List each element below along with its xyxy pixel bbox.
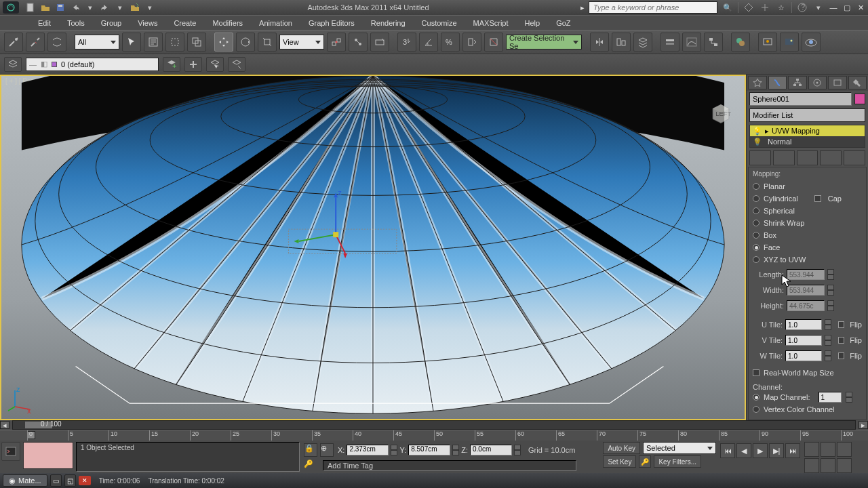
zoom-extents-icon[interactable] <box>837 442 852 457</box>
goto-start-icon[interactable]: ⏮ <box>720 443 735 458</box>
mirror-icon[interactable] <box>590 33 609 52</box>
layer-select-icon[interactable] <box>206 57 224 72</box>
realworld-checkbox[interactable]: Real-World Map Size <box>753 367 862 379</box>
object-color-swatch[interactable] <box>854 94 865 104</box>
keymode-dropdown[interactable]: Selected <box>643 442 716 454</box>
new-icon[interactable] <box>24 2 37 13</box>
radio-shrink-wrap[interactable]: Shrink Wrap <box>753 217 862 229</box>
named-selection-dropdown[interactable]: Create Selection Se <box>506 35 582 49</box>
app-icon[interactable] <box>3 1 19 14</box>
redo-dd-icon[interactable]: ▾ <box>114 2 126 13</box>
setkey-button[interactable]: Set Key <box>603 455 636 468</box>
tab-display[interactable] <box>828 76 847 89</box>
rendered-frame-icon[interactable] <box>780 33 799 52</box>
play-icon[interactable]: ▶ <box>753 443 768 458</box>
qat-dd-icon[interactable]: ▾ <box>144 2 156 13</box>
menu-group[interactable]: Group <box>101 19 122 27</box>
modifier-stack[interactable]: 💡▸UVW Mapping 💡Normal <box>749 125 865 148</box>
radio-spherical[interactable]: Spherical <box>753 205 862 217</box>
autokey-button[interactable]: Auto Key <box>603 442 640 454</box>
tab-motion[interactable] <box>808 76 827 89</box>
render-setup-icon[interactable] <box>758 33 777 52</box>
remove-modifier-icon[interactable] <box>820 150 842 165</box>
layer-manager-icon[interactable] <box>633 33 652 52</box>
tab-modify[interactable] <box>768 76 787 89</box>
vflip-checkbox[interactable] <box>838 337 845 344</box>
keyfilters-button[interactable]: Key Filters... <box>654 455 701 468</box>
edit-named-sel-icon[interactable] <box>484 33 503 52</box>
z-coord-input[interactable]: 0.0cm <box>470 445 512 455</box>
help-icon[interactable]: ? <box>796 2 808 13</box>
radio-xyz-uvw[interactable]: XYZ to UVW <box>753 253 862 266</box>
menu-rendering[interactable]: Rendering <box>371 19 406 27</box>
width-spinner[interactable]: 553.944 <box>787 285 825 296</box>
radio-cylindrical[interactable]: CylindricalCap <box>753 192 862 205</box>
close-icon[interactable]: ✕ <box>856 3 865 12</box>
layer-set-current-icon[interactable] <box>228 57 245 72</box>
select-move-icon[interactable] <box>214 33 233 52</box>
snap-toggle-icon[interactable]: 3 <box>397 33 416 52</box>
favorites-icon[interactable]: ☆ <box>775 2 787 13</box>
show-end-result-icon[interactable] <box>773 150 795 165</box>
angle-snap-icon[interactable] <box>419 33 438 52</box>
redo-icon[interactable] <box>99 2 111 13</box>
radio-vertex-color[interactable]: Vertex Color Channel <box>753 403 862 415</box>
length-spinner[interactable]: 553.944 <box>787 269 825 280</box>
menu-modifiers[interactable]: Modifiers <box>212 19 243 27</box>
layer-explorer-icon[interactable] <box>4 57 22 72</box>
height-spinner[interactable]: 44.675c <box>787 300 825 311</box>
menu-help[interactable]: Help <box>525 19 540 27</box>
y-coord-input[interactable]: 8.507cm <box>408 445 450 455</box>
select-by-name-icon[interactable] <box>144 33 163 52</box>
infocenter-arrow-icon[interactable]: ▸ <box>580 3 585 12</box>
maxscript-listener-icon[interactable] <box>1 442 20 461</box>
zoom-icon[interactable] <box>804 442 819 457</box>
minimize-icon[interactable]: — <box>829 3 838 12</box>
menu-create[interactable]: Create <box>174 19 196 27</box>
undo-icon[interactable] <box>69 2 81 13</box>
time-scrollbar[interactable]: 0 / 100 <box>12 420 856 430</box>
mini-listener[interactable] <box>23 442 73 469</box>
taskbar-restore-icon[interactable]: ◱ <box>64 474 76 487</box>
pivot-center-icon[interactable] <box>327 33 346 52</box>
zoom-all-icon[interactable] <box>821 442 835 457</box>
select-rotate-icon[interactable] <box>236 33 255 52</box>
radio-face[interactable]: Face <box>753 241 862 253</box>
fov-icon[interactable] <box>821 458 835 473</box>
align-icon[interactable] <box>612 33 631 52</box>
rectangle-region-icon[interactable] <box>165 33 184 52</box>
viewport[interactable]: [ + ] [ Perspective ] [ Smooth + Highlig… <box>0 75 746 420</box>
prev-frame-icon[interactable]: ◀ <box>736 443 751 458</box>
uflip-checkbox[interactable] <box>838 321 845 328</box>
next-frame-icon[interactable]: ▶| <box>769 443 784 458</box>
spinner-snap-icon[interactable] <box>462 33 481 52</box>
keyboard-shortcut-icon[interactable] <box>370 33 389 52</box>
setkey-key-icon[interactable]: 🔑 <box>639 455 651 468</box>
menu-goz[interactable]: GoZ <box>556 19 570 27</box>
layer-new-icon[interactable]: + <box>163 57 180 72</box>
pan-icon[interactable] <box>837 458 852 473</box>
timeline-prev-icon[interactable]: ◂ <box>0 421 9 429</box>
maximize-icon[interactable]: ▢ <box>842 3 852 12</box>
select-scale-icon[interactable] <box>258 33 277 52</box>
wflip-checkbox[interactable] <box>838 352 845 359</box>
viewcube[interactable]: LEFT <box>709 102 732 125</box>
modifier-list-dropdown[interactable]: Modifier List <box>749 108 865 122</box>
taskbar-item-material[interactable]: ◉Mate... <box>3 474 47 487</box>
layer-dropdown[interactable]: —◧ 0 (default) <box>26 58 159 71</box>
cap-checkbox[interactable] <box>814 195 821 202</box>
configure-sets-icon[interactable] <box>844 150 865 165</box>
project-icon[interactable] <box>129 2 141 13</box>
percent-snap-icon[interactable]: % <box>441 33 460 52</box>
add-time-tag[interactable]: Add Time Tag <box>323 460 576 471</box>
zoom-extents-all-icon[interactable] <box>804 458 819 473</box>
bind-spacewarp-icon[interactable] <box>47 33 66 52</box>
taskbar-close-icon[interactable]: ✕ <box>79 476 91 485</box>
ribbon-toggle-icon[interactable] <box>660 33 679 52</box>
menu-graph-editors[interactable]: Graph Editors <box>309 19 355 27</box>
select-object-icon[interactable] <box>122 33 141 52</box>
taskbar-min-icon[interactable]: ▭ <box>50 474 62 487</box>
layer-add-icon[interactable] <box>184 57 202 72</box>
save-icon[interactable] <box>54 2 66 13</box>
wtile-spinner[interactable]: 1.0 <box>785 350 822 361</box>
